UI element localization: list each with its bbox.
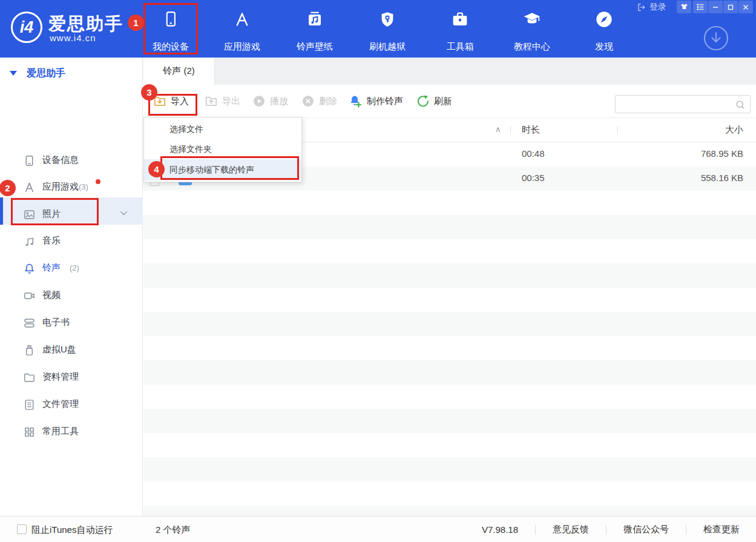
login-icon bbox=[637, 2, 646, 12]
bell-icon bbox=[23, 262, 36, 275]
menu-item-label: 同步移动端下载的铃声 bbox=[169, 165, 254, 176]
nav-item-tutorial-center[interactable]: 教程中心 bbox=[505, 7, 559, 52]
sidebar-item-apps-games[interactable]: 应用游戏 (3) bbox=[0, 174, 143, 201]
menu-item-select-folder[interactable]: 选择文件夹 bbox=[144, 139, 301, 160]
delete-button[interactable]: 删除 bbox=[301, 93, 337, 109]
menu-item-label: 选择文件 bbox=[169, 124, 203, 135]
compass-icon bbox=[594, 7, 614, 29]
sidebar-item-ebooks[interactable]: 电子书 bbox=[0, 309, 143, 337]
app-logo: i4 bbox=[11, 12, 42, 43]
nav-item-discover[interactable]: 发现 bbox=[577, 7, 631, 52]
wechat-link[interactable]: 微信公众号 bbox=[623, 524, 669, 535]
feedback-link[interactable]: 意见反馈 bbox=[553, 524, 589, 535]
sidebar-item-label: 文件管理 bbox=[42, 398, 79, 410]
sidebar-item-device-info[interactable]: 设备信息 bbox=[0, 147, 143, 174]
phone-icon bbox=[162, 7, 180, 29]
chevron-down-icon bbox=[120, 211, 128, 216]
menu-item-sync-mobile-ringtones[interactable]: 同步移动端下载的铃声 bbox=[144, 159, 301, 180]
sidebar-item-data-management[interactable]: 资料管理 bbox=[0, 364, 143, 391]
sidebar-item-common-tools[interactable]: 常用工具 bbox=[0, 418, 143, 446]
sidebar-item-label: 资料管理 bbox=[42, 371, 79, 383]
nav-label: 刷机越狱 bbox=[369, 41, 406, 52]
row-file-icon-partial bbox=[179, 182, 192, 185]
block-itunes-label: 阻止iTunes自动运行 bbox=[31, 524, 113, 536]
toolbar: 导入 导出 播放 删除 bbox=[143, 85, 756, 118]
column-header-size[interactable]: 大小 bbox=[725, 124, 743, 136]
import-button[interactable]: 导入 bbox=[153, 93, 189, 109]
grid-icon bbox=[23, 426, 36, 438]
device-group-label: 爱思助手 bbox=[27, 67, 65, 80]
column-divider bbox=[510, 126, 511, 135]
tab-ringtones[interactable]: 铃声 (2) bbox=[143, 58, 215, 85]
column-header-duration[interactable]: 时长 bbox=[522, 124, 540, 136]
import-dropdown-menu: 选择文件 选择文件夹 同步移动端下载的铃声 bbox=[143, 117, 302, 182]
column-divider bbox=[617, 126, 618, 135]
video-camera-icon bbox=[23, 289, 36, 302]
nav-item-apps-games[interactable]: 应用游戏 bbox=[215, 7, 269, 52]
sidebar-item-videos[interactable]: 视频 bbox=[0, 282, 143, 309]
minimize-button[interactable] bbox=[708, 1, 723, 13]
sidebar-item-music[interactable]: 音乐 bbox=[0, 228, 143, 255]
check-update-link[interactable]: 检查更新 bbox=[703, 524, 740, 535]
graduation-cap-icon bbox=[522, 7, 542, 29]
close-button[interactable] bbox=[738, 1, 753, 13]
nav-label: 铃声壁纸 bbox=[297, 41, 333, 52]
annotation-badge-step4: 4 bbox=[148, 161, 165, 177]
bell-plus-icon bbox=[348, 94, 363, 108]
nav-item-ringtone-wallpaper[interactable]: 铃声壁纸 bbox=[288, 7, 342, 52]
status-bar-right: V7.98.18 意见反馈 微信公众号 检查更新 bbox=[482, 517, 740, 542]
nav-item-toolbox[interactable]: 工具箱 bbox=[433, 7, 487, 52]
annotation-badge-step2: 2 bbox=[0, 180, 16, 196]
row-duration: 00:48 bbox=[522, 148, 545, 159]
export-folder-icon bbox=[205, 94, 218, 108]
row-duration: 00:35 bbox=[522, 173, 545, 183]
sidebar-device-group[interactable]: 爱思助手 bbox=[0, 66, 143, 82]
refresh-icon bbox=[416, 94, 430, 108]
search-input[interactable] bbox=[620, 96, 732, 113]
annotation-badge-step1: 1 bbox=[128, 15, 144, 31]
shirt-icon bbox=[680, 2, 689, 12]
sidebar-item-count: (3) bbox=[79, 182, 88, 191]
divider bbox=[535, 525, 536, 535]
download-manager-button[interactable] bbox=[703, 25, 729, 51]
sidebar-item-label: 应用游戏 bbox=[42, 181, 79, 193]
export-button[interactable]: 导出 bbox=[205, 93, 240, 109]
device-info-icon bbox=[23, 154, 36, 167]
skin-theme-button[interactable] bbox=[677, 1, 691, 13]
sidebar-item-ringtones[interactable]: 铃声 (2) bbox=[0, 255, 143, 282]
play-button[interactable]: 播放 bbox=[252, 93, 288, 109]
brand-site-url: www.i4.cn bbox=[50, 33, 96, 43]
make-ringtone-button[interactable]: 制作铃声 bbox=[348, 93, 403, 109]
login-button[interactable]: 登录 bbox=[637, 2, 666, 13]
nav-label: 教程中心 bbox=[514, 41, 550, 52]
export-label: 导出 bbox=[222, 96, 240, 107]
music-note-icon bbox=[23, 235, 36, 248]
triangle-down-icon bbox=[10, 71, 17, 76]
sidebar-item-virtual-usb[interactable]: 虚拟U盘 bbox=[0, 337, 143, 364]
sidebar-item-label: 铃声 bbox=[42, 262, 61, 274]
menu-item-select-file[interactable]: 选择文件 bbox=[144, 119, 301, 140]
nav-item-my-device[interactable]: 我的设备 bbox=[143, 7, 198, 52]
appstore-icon bbox=[233, 7, 251, 29]
sidebar-item-label: 虚拟U盘 bbox=[42, 344, 76, 355]
sidebar-item-photos[interactable]: 照片 bbox=[0, 201, 143, 228]
refresh-button[interactable]: 刷新 bbox=[416, 93, 452, 109]
sidebar-item-label: 视频 bbox=[42, 289, 61, 301]
login-label: 登录 bbox=[649, 2, 666, 13]
nav-item-flash-jailbreak[interactable]: 刷机越狱 bbox=[360, 7, 415, 52]
divider bbox=[686, 525, 686, 535]
sidebar-item-label: 电子书 bbox=[42, 317, 70, 328]
sidebar-item-label: 照片 bbox=[42, 208, 61, 220]
sidebar-item-count: (2) bbox=[70, 263, 79, 273]
app-header: i4 爱思助手 www.i4.cn 我的设备 应用游戏 铃声壁纸 bbox=[0, 0, 756, 58]
block-itunes-checkbox[interactable] bbox=[17, 524, 27, 534]
sidebar-item-file-management[interactable]: 文件管理 bbox=[0, 391, 143, 418]
usb-drive-icon bbox=[23, 344, 36, 357]
maximize-button[interactable] bbox=[723, 1, 738, 13]
play-circle-icon bbox=[252, 94, 266, 108]
search-icon bbox=[735, 99, 746, 110]
app-window: i4 爱思助手 www.i4.cn 我的设备 应用游戏 铃声壁纸 bbox=[0, 0, 756, 542]
maximize-icon bbox=[726, 3, 735, 12]
refresh-label: 刷新 bbox=[434, 96, 452, 107]
menu-list-button[interactable] bbox=[693, 1, 708, 13]
